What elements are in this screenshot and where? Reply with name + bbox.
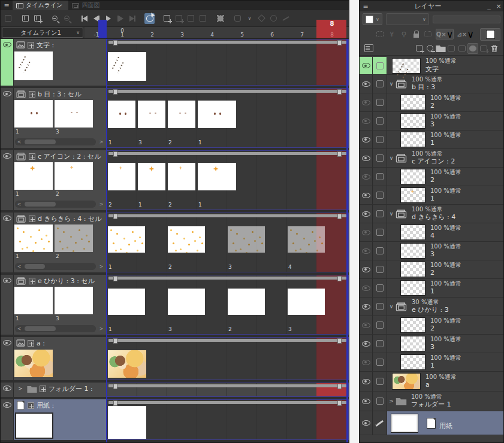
eye-icon[interactable] xyxy=(362,379,370,384)
layer-folder-row[interactable]: ∨ 100 %通常b 目 : 3 xyxy=(360,75,503,93)
checkbox[interactable] xyxy=(376,359,384,366)
layer-menu-icon[interactable]: ≡ xyxy=(360,2,372,10)
track-header[interactable]: c アイコン : 2 : セル 1 2 < > xyxy=(14,150,107,210)
track-visibility-cell[interactable] xyxy=(1,39,14,86)
eye-icon[interactable] xyxy=(362,230,370,235)
checkbox[interactable] xyxy=(376,247,384,254)
blend-mode-dropdown[interactable]: ∨ xyxy=(386,13,429,25)
cel-row[interactable]: 100 %通常3 xyxy=(360,112,503,131)
light-table-chevron-icon[interactable]: ∨ xyxy=(245,13,255,24)
track-frames[interactable] xyxy=(107,383,349,397)
go-to-first-frame-button[interactable] xyxy=(79,13,89,24)
enable-mask-icon[interactable]: Q×∨ xyxy=(436,29,454,40)
cel-row[interactable]: 100 %通常2 xyxy=(360,93,503,112)
lock-layer-icon[interactable] xyxy=(411,29,420,40)
track-visibility-cell[interactable] xyxy=(1,88,14,148)
layer-visibility-cell[interactable] xyxy=(360,168,373,186)
layer-checkbox-cell[interactable] xyxy=(373,372,387,391)
checkbox[interactable] xyxy=(376,117,384,125)
timeline-cel[interactable] xyxy=(108,406,146,439)
chevron-right-icon[interactable]: > xyxy=(16,386,25,392)
new-keyframe-button[interactable] xyxy=(29,216,35,222)
timeline-cel[interactable] xyxy=(228,226,265,253)
edit-timeline-button[interactable] xyxy=(280,13,291,24)
layer-visibility-cell[interactable] xyxy=(360,205,373,223)
go-to-last-frame-button[interactable] xyxy=(127,13,137,24)
track-frames[interactable]: 2 1 2 1 xyxy=(107,150,349,210)
cel-row[interactable]: 100 %通常1 xyxy=(360,131,503,149)
layer-folder-row[interactable]: > 100 %通常フォルダー 1 xyxy=(360,392,503,411)
eye-icon[interactable] xyxy=(362,399,370,404)
layer-visibility-cell[interactable] xyxy=(360,131,373,148)
timeline-cel[interactable] xyxy=(108,226,145,253)
eye-icon[interactable] xyxy=(362,63,370,68)
layer-checkbox-cell[interactable] xyxy=(373,186,387,204)
timeline-cel[interactable] xyxy=(108,101,135,128)
new-keyframe-button[interactable] xyxy=(40,386,46,392)
checkbox[interactable] xyxy=(376,378,384,385)
layer-thumbnail[interactable] xyxy=(392,373,421,390)
zoom-out-icon[interactable] xyxy=(50,13,60,24)
layer-checkbox-cell[interactable] xyxy=(373,316,387,334)
layer-folder-row[interactable]: ∨ 30 %通常e ひかり : 3 xyxy=(360,298,503,316)
cel-thumbnail[interactable] xyxy=(14,51,53,80)
checkbox[interactable] xyxy=(376,173,384,180)
checkbox[interactable] xyxy=(376,192,384,199)
zoom-in-icon[interactable] xyxy=(62,13,72,24)
checkbox[interactable] xyxy=(376,80,384,87)
draft-layer-icon[interactable]: ⚲ xyxy=(399,29,408,40)
layer-property-icon[interactable] xyxy=(363,43,374,54)
cel-row[interactable]: 100 %通常4 xyxy=(360,223,503,242)
cel-thumbnail[interactable] xyxy=(55,100,93,128)
track-visibility-cell[interactable] xyxy=(1,337,14,380)
layer-visibility-cell[interactable] xyxy=(360,112,373,130)
cel-thumbnail[interactable] xyxy=(55,162,93,190)
layer-folder-row[interactable]: ∨ 100 %通常c アイコン : 2 xyxy=(360,149,503,168)
track-header[interactable]: > フォルダー 1 : xyxy=(14,383,107,397)
timeline-cel[interactable] xyxy=(108,52,146,81)
checkbox[interactable] xyxy=(376,284,384,292)
batch-change-button[interactable] xyxy=(268,13,279,24)
camera-frame-button[interactable] xyxy=(3,13,13,24)
eye-icon[interactable] xyxy=(3,386,11,391)
new-timeline-button[interactable] xyxy=(32,13,43,24)
clip-range-bar[interactable] xyxy=(108,41,346,44)
layer-visibility-cell[interactable] xyxy=(360,149,373,167)
scroll-left-icon[interactable]: < xyxy=(15,139,23,145)
cel-row[interactable]: 100 %通常1 xyxy=(360,186,503,205)
track-header[interactable]: a : xyxy=(14,337,107,380)
eye-icon[interactable] xyxy=(362,211,370,217)
timeline-cel[interactable] xyxy=(108,289,145,315)
cel-scrollbar[interactable]: < > xyxy=(15,201,96,208)
timeline-cel[interactable] xyxy=(168,226,205,253)
track-frames[interactable]: 1 3 2 3 xyxy=(107,275,349,335)
eye-icon[interactable] xyxy=(362,81,370,87)
layer-thumbnail[interactable] xyxy=(391,414,418,433)
cel-row[interactable]: 100 %通常2 xyxy=(360,316,503,335)
layer-checkbox-cell[interactable] xyxy=(373,168,387,186)
timeline-start-marker[interactable] xyxy=(98,20,107,38)
eye-icon[interactable] xyxy=(3,402,11,408)
layer-color-dropdown[interactable]: ∨ xyxy=(363,13,382,25)
timeline-cel[interactable] xyxy=(138,101,165,128)
timeline-cel[interactable] xyxy=(198,163,236,190)
cel-scrollbar[interactable]: < > xyxy=(15,263,96,270)
layer-row-paper[interactable]: 用紙 xyxy=(360,411,503,435)
layer-visibility-cell[interactable] xyxy=(360,298,373,315)
eye-icon[interactable] xyxy=(362,267,370,272)
new-keyframe-button[interactable] xyxy=(28,402,34,409)
cel-thumbnail[interactable] xyxy=(55,224,93,252)
checkbox[interactable] xyxy=(376,303,384,310)
transfer-to-lower-button[interactable] xyxy=(446,43,457,54)
cel-thumbnail[interactable] xyxy=(14,162,53,190)
clipping-icon[interactable] xyxy=(375,29,384,40)
track-visibility-cell[interactable] xyxy=(1,213,14,272)
eye-icon[interactable] xyxy=(362,323,370,328)
layer-thumbnail[interactable] xyxy=(400,262,425,277)
cel-thumbnail[interactable] xyxy=(55,287,93,314)
track-frames[interactable] xyxy=(107,39,349,86)
new-keyframe-button[interactable] xyxy=(28,340,34,347)
track-header[interactable]: e ひかり : 3 : セル 1 3 < > xyxy=(14,275,107,335)
eye-icon[interactable] xyxy=(362,341,370,347)
track-frames[interactable] xyxy=(107,337,349,380)
